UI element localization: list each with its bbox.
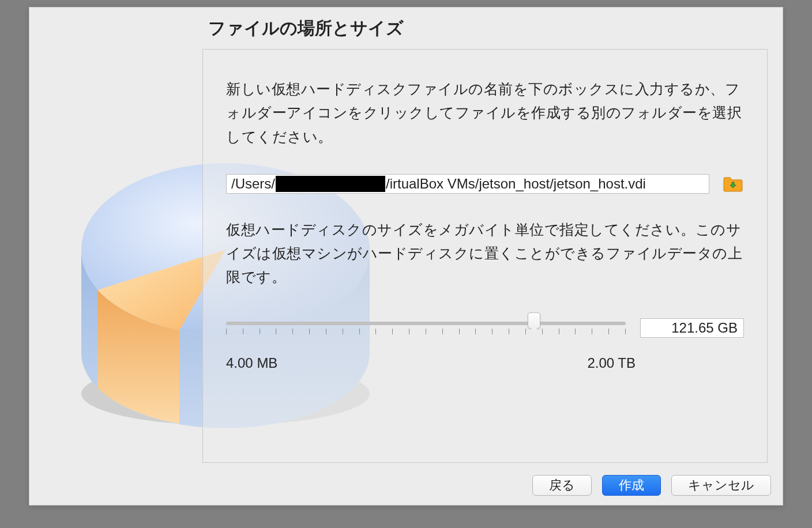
path-prefix: /Users/ <box>231 176 275 192</box>
size-slider-area: 121.65 GB 4.00 MB 2.00 TB <box>226 318 744 371</box>
path-suffix: /irtualBox VMs/jetson_host/jetson_host.v… <box>386 176 646 192</box>
slider-range-labels: 4.00 MB 2.00 TB <box>226 355 636 371</box>
create-button[interactable]: 作成 <box>602 475 661 496</box>
back-button[interactable]: 戻る <box>532 475 592 496</box>
size-slider[interactable] <box>226 318 626 325</box>
folder-icon <box>723 175 743 193</box>
file-path-input[interactable]: /Users//irtualBox VMs/jetson_host/jetson… <box>226 174 709 194</box>
slider-ticks <box>226 329 626 334</box>
create-vdi-dialog: ファイルの場所とサイズ <box>29 7 783 506</box>
cancel-button[interactable]: キャンセル <box>671 475 771 496</box>
dialog-title: ファイルの場所とサイズ <box>208 17 404 40</box>
browse-folder-button[interactable] <box>722 174 744 194</box>
slider-track <box>226 322 626 325</box>
dialog-buttons: 戻る 作成 キャンセル <box>532 475 771 496</box>
file-path-row: /Users//irtualBox VMs/jetson_host/jetson… <box>226 174 744 194</box>
file-location-instruction: 新しい仮想ハードディスクファイルの名前を下のボックスに入力するか、フォルダーアイ… <box>226 77 744 149</box>
slider-thumb[interactable] <box>528 312 540 329</box>
size-value-input[interactable]: 121.65 GB <box>640 318 744 338</box>
slider-max-label: 2.00 TB <box>587 355 636 371</box>
redacted-path-segment <box>276 176 385 192</box>
content-panel: 新しい仮想ハードディスクファイルの名前を下のボックスに入力するか、フォルダーアイ… <box>202 49 768 463</box>
size-instruction: 仮想ハードディスクのサイズをメガバイト単位で指定してください。このサイズは仮想マ… <box>226 218 744 289</box>
slider-min-label: 4.00 MB <box>226 355 277 371</box>
